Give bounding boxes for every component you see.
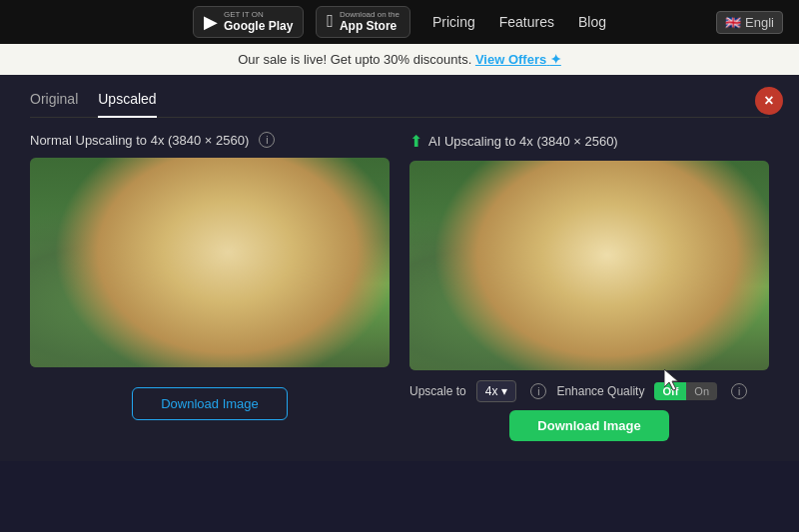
right-header-text: AI Upscaling to 4x (3840 × 2560)	[428, 134, 618, 149]
close-button[interactable]: ×	[755, 87, 783, 115]
google-play-icon: ▶	[204, 11, 218, 33]
upscale-info-icon[interactable]: i	[530, 383, 546, 399]
app-store-button[interactable]:  Download on the App Store	[316, 6, 410, 38]
tab-upscaled[interactable]: Upscaled	[98, 91, 156, 118]
view-offers-link[interactable]: View Offers ✦	[475, 52, 561, 67]
tabs-container: Original Upscaled	[30, 91, 769, 118]
navbar: ▶ GET IT ON Google Play  Download on th…	[0, 0, 799, 44]
apple-icon: 	[327, 11, 334, 32]
language-button[interactable]: 🇬🇧 Engli	[716, 11, 783, 34]
language-label: Engli	[745, 15, 774, 30]
blog-link[interactable]: Blog	[578, 14, 606, 30]
right-download-button[interactable]: Download Image	[509, 410, 668, 441]
enhance-quality-toggle[interactable]: Off On	[654, 382, 717, 400]
right-horse-image	[409, 161, 769, 370]
chevron-down-icon: ▾	[501, 384, 507, 398]
right-column-header: ⬆ AI Upscaling to 4x (3840 × 2560)	[409, 132, 769, 151]
left-info-icon[interactable]: i	[259, 132, 275, 148]
right-download-area: Download Image	[409, 410, 769, 441]
features-link[interactable]: Features	[499, 14, 554, 30]
toggle-on-option[interactable]: On	[686, 382, 717, 400]
upscale-select[interactable]: 4x ▾	[476, 380, 517, 402]
left-header-text: Normal Upscaling to 4x (3840 × 2560)	[30, 133, 249, 148]
google-play-small-label: GET IT ON	[224, 11, 293, 19]
google-play-button[interactable]: ▶ GET IT ON Google Play	[193, 6, 304, 38]
left-horse-image	[30, 158, 390, 367]
main-area: × Original Upscaled Normal Upscaling to …	[0, 75, 799, 461]
enhance-quality-label: Enhance Quality	[556, 384, 644, 398]
left-image-box	[30, 158, 390, 367]
right-image-box	[409, 161, 769, 370]
right-column: ⬆ AI Upscaling to 4x (3840 × 2560) Upsca…	[409, 132, 769, 441]
app-store-big-label: App Store	[340, 19, 400, 33]
content-row: Normal Upscaling to 4x (3840 × 2560) i D…	[30, 132, 769, 441]
tab-original[interactable]: Original	[30, 91, 78, 111]
controls-row: Upscale to 4x ▾ i Enhance Quality Off On…	[409, 380, 769, 402]
app-store-small-label: Download on the	[340, 11, 400, 19]
left-download-area: Download Image	[30, 387, 390, 420]
nav-links: Pricing Features Blog	[432, 14, 606, 30]
sale-banner: Our sale is live! Get upto 30% discounts…	[0, 44, 799, 75]
flag-icon: 🇬🇧	[725, 15, 741, 30]
enhance-info-icon[interactable]: i	[731, 383, 747, 399]
offers-arrow-icon: ✦	[550, 52, 561, 67]
toggle-off-option[interactable]: Off	[654, 382, 686, 400]
upscale-to-label: Upscale to	[409, 384, 466, 398]
ai-upscale-icon: ⬆	[409, 132, 422, 151]
left-column-header: Normal Upscaling to 4x (3840 × 2560) i	[30, 132, 390, 148]
left-download-button[interactable]: Download Image	[132, 387, 288, 420]
sale-text: Our sale is live! Get upto 30% discounts…	[238, 52, 471, 67]
google-play-big-label: Google Play	[224, 19, 293, 33]
left-column: Normal Upscaling to 4x (3840 × 2560) i D…	[30, 132, 390, 441]
upscale-value: 4x	[485, 384, 498, 398]
pricing-link[interactable]: Pricing	[432, 14, 475, 30]
